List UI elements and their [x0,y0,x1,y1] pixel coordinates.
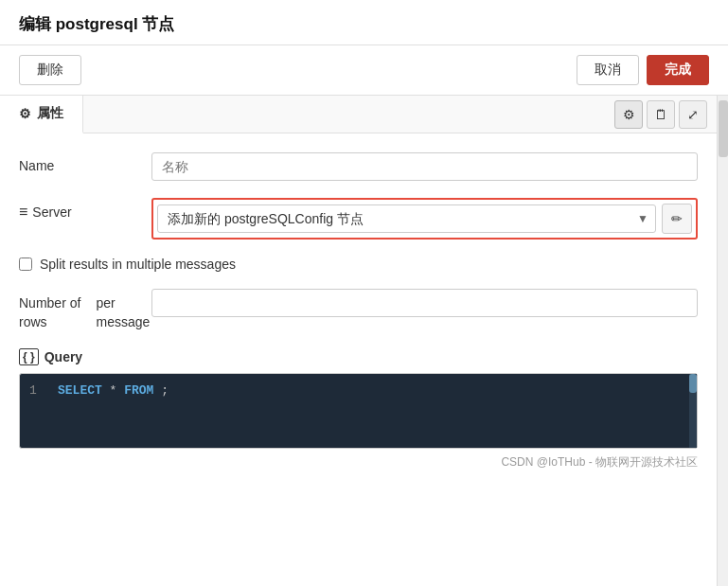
pencil-icon: ✏ [671,211,683,226]
name-row: Name [19,152,698,181]
split-results-row: Split results in multiple messages [19,257,698,272]
toolbar-left: 删除 [19,55,81,85]
line-number-1: 1 [29,383,44,398]
server-row: ≡ Server 添加新的 postgreSQLConfig 节点 ▼ ✏ [19,198,698,240]
code-line-1: 1 SELECT * FROM ; [29,383,687,398]
server-select[interactable]: 添加新的 postgreSQLConfig 节点 [157,204,656,233]
query-section: { } Query 1 SELECT * FROM ; [0,348,717,449]
watermark: CSDN @IoTHub - 物联网开源技术社区 [0,449,717,476]
query-icon: { } [19,348,39,365]
form-area: Name ≡ Server 添加新的 postgreSQLConfig [0,133,717,331]
code-star: * [102,383,124,398]
header: 编辑 postgresql 节点 [0,0,728,45]
server-label: ≡ Server [19,198,151,221]
tab-icon-expand[interactable]: ⤢ [679,100,707,129]
code-rest: ; [153,383,169,398]
scrollbar-thumb [719,100,728,157]
done-button[interactable]: 完成 [647,55,709,85]
toolbar-right: 取消 完成 [577,55,709,85]
server-control-wrap: 添加新的 postgreSQLConfig 节点 ▼ ✏ [151,198,698,240]
keyword-select: SELECT [58,383,102,398]
split-results-checkbox[interactable] [19,257,32,271]
name-label: Name [19,152,151,173]
server-dropdown-wrap: 添加新的 postgreSQLConfig 节点 ▼ [157,204,656,233]
num-rows-row: Number of rows per message 1 [19,289,698,331]
keyword-from: FROM [124,383,153,398]
num-rows-input[interactable]: 1 [151,289,698,317]
tab-properties[interactable]: ⚙ 属性 [0,96,83,133]
doc-icon: 🗒 [654,107,667,122]
toolbar: 删除 取消 完成 [0,45,728,96]
split-results-label: Split results in multiple messages [40,257,236,272]
server-icon: ≡ [19,204,27,221]
code-line-1-content: SELECT * FROM ; [58,383,169,398]
main-panel: ⚙ 属性 ⚙ 🗒 ⤢ [0,96,717,586]
tab-icon-doc[interactable]: 🗒 [647,100,675,129]
code-scrollbar[interactable] [689,374,697,448]
num-rows-input-wrap: 1 [151,289,698,317]
tab-icons: ⚙ 🗒 ⤢ [614,100,717,129]
gear-icon: ⚙ [623,107,635,122]
name-input[interactable] [151,152,698,181]
tab-icon-gear[interactable]: ⚙ [614,100,643,129]
cancel-button[interactable]: 取消 [577,55,639,85]
content: ⚙ 属性 ⚙ 🗒 ⤢ [0,96,728,586]
gear-tab-icon: ⚙ [19,106,31,121]
tabs-row: ⚙ 属性 ⚙ 🗒 ⤢ [0,96,717,133]
num-rows-label: Number of rows per message [19,289,151,331]
query-label: { } Query [19,348,698,365]
code-scrollbar-thumb [689,374,697,393]
name-input-wrap [151,152,698,181]
expand-icon: ⤢ [687,107,699,122]
page-scrollbar[interactable] [717,96,728,586]
server-edit-button[interactable]: ✏ [662,204,692,234]
delete-button[interactable]: 删除 [19,55,81,85]
page-title: 编辑 postgresql 节点 [19,15,174,33]
tab-properties-label: 属性 [37,105,63,122]
code-editor[interactable]: 1 SELECT * FROM ; [19,373,698,449]
server-select-wrapper: 添加新的 postgreSQLConfig 节点 ▼ ✏ [151,198,698,240]
